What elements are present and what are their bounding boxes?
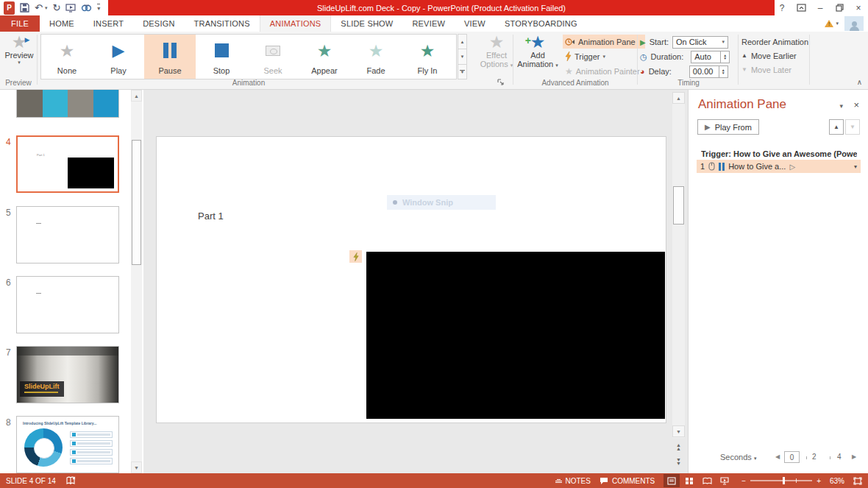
collapse-ribbon-icon[interactable]: ∧: [857, 78, 862, 86]
move-earlier-button[interactable]: ▲ Move Earlier: [741, 49, 808, 63]
play-from-button[interactable]: ▶ Play From: [697, 119, 759, 135]
animation-item-row[interactable]: 1 How to Give a... ▷ ▾: [697, 160, 861, 173]
tab-insert[interactable]: INSERT: [84, 15, 133, 32]
tab-view[interactable]: VIEW: [455, 15, 495, 32]
trigger-button[interactable]: Trigger ▾: [563, 49, 645, 63]
tab-transitions[interactable]: TRANSITIONS: [185, 15, 260, 32]
redo-icon[interactable]: ↻: [52, 1, 60, 15]
notes-button[interactable]: NOTES: [555, 477, 591, 485]
animation-seek-button[interactable]: Seek: [247, 35, 299, 79]
zoom-out-button[interactable]: −: [741, 477, 746, 485]
undo-dropdown-icon[interactable]: ▾: [45, 5, 48, 11]
duration-spinner[interactable]: ▲▼: [721, 51, 730, 63]
start-from-beginning-icon[interactable]: [65, 1, 76, 15]
timeline-scroll-left-icon[interactable]: ◀: [775, 453, 780, 460]
editor-scroll-down-button[interactable]: ▼: [672, 425, 685, 437]
animation-dialog-launcher[interactable]: [497, 79, 505, 86]
pane-move-down-button[interactable]: ▼: [845, 119, 860, 135]
advanced-animation-group-label: Advanced Animation: [513, 79, 638, 87]
help-icon[interactable]: ?: [772, 0, 791, 15]
duration-input[interactable]: Auto: [691, 51, 721, 63]
comments-button[interactable]: COMMENTS: [600, 477, 655, 485]
ribbon-display-options-icon[interactable]: [791, 0, 811, 15]
tab-file[interactable]: FILE: [0, 15, 40, 32]
animation-appear-button[interactable]: ★ Appear: [299, 35, 350, 79]
zoom-slider[interactable]: [750, 480, 812, 481]
pane-move-up-button[interactable]: ▲: [829, 119, 844, 135]
zoom-slider-thumb[interactable]: [783, 477, 785, 484]
thumbnail-scrollbar[interactable]: ▲ ▼: [131, 90, 142, 473]
animation-item-dropdown-icon[interactable]: ▾: [854, 163, 857, 170]
video-object[interactable]: [366, 252, 665, 419]
add-animation-button[interactable]: ★+ Add Animation ▾: [515, 33, 561, 68]
editor-scroll-thumb[interactable]: [673, 186, 684, 224]
animation-item-label: How to Give a...: [728, 162, 786, 171]
start-select[interactable]: On Click ▾: [672, 36, 728, 49]
reading-view-button[interactable]: [699, 474, 715, 487]
animation-pane-menu-icon[interactable]: ▾: [839, 102, 843, 110]
animation-none-button[interactable]: ★ None: [41, 35, 93, 79]
link-icon[interactable]: [81, 1, 92, 15]
animation-play-button[interactable]: ▶ Play: [93, 35, 144, 79]
editor-scrollbar[interactable]: ▲ ▼ ▲▲ ▼▼: [672, 92, 685, 471]
delay-spinner[interactable]: ▲▼: [719, 66, 728, 78]
previous-slide-button[interactable]: ▲▲: [674, 443, 683, 450]
slide-sorter-view-button[interactable]: [681, 474, 697, 487]
slide-5-thumbnail[interactable]: [16, 206, 119, 264]
thumbnail-scroll-down-button[interactable]: ▼: [131, 462, 142, 473]
slide-8-thumbnail[interactable]: Introducing SlideUpLift Template Library…: [16, 416, 119, 473]
powerpoint-app-icon[interactable]: P: [4, 1, 15, 15]
gallery-scroll-up-button[interactable]: ▲: [458, 34, 467, 49]
slide-canvas[interactable]: Part 1 Window Snip: [156, 136, 666, 423]
animation-stop-button[interactable]: Stop: [196, 35, 247, 79]
slide-7-thumbnail[interactable]: SlideUpLift: [16, 346, 119, 403]
spell-check-icon[interactable]: [66, 476, 77, 485]
fit-to-window-icon[interactable]: [853, 477, 862, 485]
animation-fade-button[interactable]: ★ Fade: [350, 35, 402, 79]
animation-painter-button[interactable]: ★ Animation Painter: [563, 64, 645, 78]
undo-icon[interactable]: ↶: [35, 1, 43, 15]
tab-review[interactable]: REVIEW: [402, 15, 455, 32]
slide-text-part1[interactable]: Part 1: [198, 211, 224, 222]
animation-pause-button[interactable]: Pause: [144, 35, 196, 79]
tab-storyboarding[interactable]: STORYBOARDING: [495, 15, 587, 32]
preview-button[interactable]: ★▶ Preview ▾: [2, 33, 36, 66]
slide-6-thumbnail[interactable]: [16, 276, 119, 333]
play-from-icon: ▶: [705, 123, 711, 131]
advance-marker-icon: ▷: [789, 163, 795, 171]
minimize-icon[interactable]: –: [811, 0, 830, 15]
save-icon[interactable]: [20, 1, 29, 15]
start-dropdown-icon: ▾: [722, 39, 725, 45]
next-slide-button[interactable]: ▼▼: [674, 458, 683, 465]
move-later-button[interactable]: ▼ Move Later: [741, 63, 808, 77]
timeline-scroll-right-icon[interactable]: ▶: [852, 453, 856, 460]
seconds-dropdown[interactable]: Seconds ▾: [720, 453, 756, 462]
zoom-in-button[interactable]: +: [817, 477, 821, 485]
delay-input[interactable]: 00.00: [689, 66, 719, 78]
trigger-animation-badge[interactable]: [349, 250, 362, 263]
slide-3-thumbnail[interactable]: [16, 90, 119, 118]
gallery-scroll-down-button[interactable]: ▼: [458, 49, 467, 64]
thumbnail-scroll-up-button[interactable]: ▲: [131, 90, 142, 102]
editor-scroll-up-button[interactable]: ▲: [672, 92, 685, 104]
normal-view-button[interactable]: [664, 474, 680, 487]
animation-pane-close-icon[interactable]: ×: [853, 99, 859, 110]
activation-warning-button[interactable]: ▾: [825, 20, 839, 27]
thumbnail-scroll-thumb[interactable]: [132, 140, 141, 265]
slide-show-view-button[interactable]: [716, 474, 733, 487]
animation-fly-in-button[interactable]: ★ Fly In: [402, 35, 453, 79]
preview-star-icon: ★▶: [12, 33, 27, 51]
zoom-level[interactable]: 63%: [830, 477, 844, 485]
close-icon[interactable]: ×: [849, 0, 868, 15]
tab-slide-show[interactable]: SLIDE SHOW: [331, 15, 402, 32]
account-button[interactable]: [844, 16, 864, 31]
tab-design[interactable]: DESIGN: [133, 15, 184, 32]
effect-options-button[interactable]: ★ Effect Options ▾: [474, 33, 519, 68]
tab-home[interactable]: HOME: [40, 15, 84, 32]
slide-4-thumbnail[interactable]: Part 1: [16, 135, 119, 193]
animation-pane-button[interactable]: Animation Pane: [563, 35, 645, 49]
restore-icon[interactable]: [830, 0, 849, 15]
gallery-more-button[interactable]: ▼: [458, 65, 467, 79]
tab-animations[interactable]: ANIMATIONS: [260, 15, 332, 32]
customize-qat-icon[interactable]: ▾: [97, 4, 100, 12]
